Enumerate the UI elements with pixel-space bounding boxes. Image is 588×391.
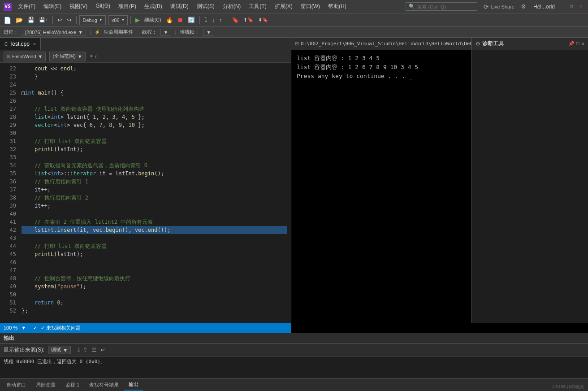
- step-over-button[interactable]: ⤵: [203, 16, 209, 24]
- code-line[interactable]: [22, 258, 287, 266]
- menu-file[interactable]: 文件(F): [14, 2, 39, 11]
- menu-git[interactable]: Git(G): [92, 2, 114, 11]
- code-line[interactable]: [22, 291, 287, 299]
- menu-project[interactable]: 项目(P): [115, 2, 140, 11]
- code-line[interactable]: // 打印 list 双向链表容器: [22, 242, 287, 250]
- code-line[interactable]: list<int>::iterator it = lstInt.begin();: [22, 169, 287, 178]
- code-line[interactable]: [22, 266, 287, 274]
- redo-button[interactable]: ↪: [65, 16, 74, 24]
- tab-output[interactable]: 输出: [124, 379, 143, 391]
- editor-tab-testcpp[interactable]: C Test.cpp ×: [0, 38, 41, 50]
- tab-find-symbol[interactable]: 查找符号结果: [85, 380, 123, 390]
- save-button[interactable]: 💾: [26, 16, 36, 24]
- close-button[interactable]: ×: [578, 4, 584, 10]
- line-number: 43: [2, 234, 16, 242]
- code-line[interactable]: // 打印 list 双向链表容器: [22, 137, 287, 145]
- menu-help[interactable]: 帮助(H): [324, 2, 350, 11]
- bookmark-nav1[interactable]: ⬆🔖: [242, 16, 255, 24]
- code-line[interactable]: // 获取指向首元素的迭代器，当前指向索引 0: [22, 161, 287, 169]
- code-line[interactable]: lstInt.insert(it, vec.begin(), vec.end()…: [22, 226, 287, 234]
- gear-icon[interactable]: ⚙: [476, 41, 480, 47]
- code-line[interactable]: list<int> lstInt{ 1, 2, 3, 4, 5 };: [22, 113, 287, 121]
- step-out-button[interactable]: ↑: [217, 16, 224, 24]
- search-input[interactable]: [417, 4, 471, 9]
- tab-watch1[interactable]: 监视 1: [61, 380, 84, 390]
- bookmark-icon[interactable]: 🔖: [230, 16, 241, 24]
- code-line[interactable]: vector<int> vec{ 6, 7, 8, 9, 10 };: [22, 121, 287, 129]
- menu-debug[interactable]: 调试(D): [167, 2, 192, 11]
- code-line[interactable]: };: [22, 307, 287, 315]
- code-line[interactable]: [22, 210, 287, 218]
- lifecycle-label: 生命周期事件: [104, 29, 133, 35]
- output-wrap[interactable]: ↵: [100, 347, 105, 353]
- tab-auto-window[interactable]: 自动窗口: [2, 380, 30, 390]
- menu-extensions[interactable]: 扩展(X): [271, 2, 296, 11]
- code-line[interactable]: [22, 129, 287, 137]
- code-line[interactable]: [22, 97, 287, 105]
- step-into-button[interactable]: ↓: [210, 16, 217, 24]
- tab-local-vars[interactable]: 局部变量: [31, 380, 60, 390]
- menu-analyze[interactable]: 分析(N): [219, 2, 245, 11]
- platform-dropdown[interactable]: x86 ▼: [108, 15, 128, 25]
- code-line[interactable]: □int main() {: [22, 89, 287, 97]
- code-lines[interactable]: cout << endl; } □int main() { // list 双向…: [18, 63, 291, 323]
- code-line[interactable]: // 执行后指向索引 2: [22, 194, 287, 202]
- menu-view[interactable]: 视图(V): [66, 2, 91, 11]
- menu-edit[interactable]: 编辑(E): [40, 2, 65, 11]
- code-line[interactable]: printL(lstInt);: [22, 145, 287, 153]
- code-line[interactable]: it++;: [22, 202, 287, 210]
- open-file-button[interactable]: 📂: [14, 16, 25, 24]
- sep2: -: [137, 30, 138, 35]
- continue-button[interactable]: ▶: [134, 16, 142, 24]
- line-number: 44: [2, 242, 16, 250]
- zoom-arrow[interactable]: ▼: [21, 325, 26, 330]
- diag-close-icon[interactable]: ×: [581, 41, 584, 47]
- code-line[interactable]: // 在索引 2 位置插入 lstInt2 中的所有元素: [22, 218, 287, 226]
- new-file-button[interactable]: 📄: [2, 16, 13, 25]
- menu-test[interactable]: 测试(S): [193, 2, 218, 11]
- status-check: ✓: [33, 325, 37, 331]
- save-all-button[interactable]: 💾+: [37, 16, 50, 24]
- code-line[interactable]: it++;: [22, 186, 287, 194]
- code-line[interactable]: cout << endl;: [22, 65, 287, 73]
- code-line[interactable]: // list 双向链表容器 使用初始化列表构造: [22, 105, 287, 113]
- thread-dropdown[interactable]: ▼: [160, 29, 172, 36]
- undo-button[interactable]: ↩: [56, 16, 64, 24]
- code-line[interactable]: [22, 234, 287, 242]
- menu-tools[interactable]: 工具(T): [245, 2, 270, 11]
- output-scroll-end[interactable]: ⇩: [76, 347, 81, 353]
- code-line[interactable]: [22, 153, 287, 161]
- code-content[interactable]: 2223242526272829303132333435363738394041…: [0, 63, 291, 323]
- output-scroll-up[interactable]: ⇧: [83, 347, 88, 353]
- code-line[interactable]: // 执行后指向索引 1: [22, 178, 287, 186]
- maximize-button[interactable]: □: [568, 4, 575, 10]
- diag-pin-icon[interactable]: 📌: [568, 41, 575, 47]
- debug-config-dropdown[interactable]: Debug ▼: [79, 15, 105, 25]
- live-share-button[interactable]: ⟳ Live Share: [481, 2, 517, 11]
- continue-label[interactable]: 继续(C): [143, 16, 163, 24]
- code-line[interactable]: printL(lstInt);: [22, 250, 287, 258]
- search-box[interactable]: 🔍: [406, 2, 477, 11]
- diag-float-icon[interactable]: □: [576, 41, 579, 47]
- menu-build[interactable]: 生成(B): [141, 2, 166, 11]
- stop-button[interactable]: ⏹: [176, 16, 185, 24]
- code-line[interactable]: system("pause");: [22, 282, 287, 291]
- minimize-button[interactable]: —: [558, 4, 565, 10]
- line-number: 49: [2, 282, 16, 291]
- settings-icon[interactable]: ⚙: [521, 3, 526, 10]
- stack-dropdown[interactable]: ▼: [203, 29, 214, 36]
- output-source-dropdown[interactable]: 调试 ▼: [48, 346, 71, 354]
- restart-button[interactable]: 🔄: [186, 16, 197, 24]
- code-line[interactable]: }: [22, 73, 287, 81]
- code-line[interactable]: // 控制台暂停，按任意键继续向后执行: [22, 274, 287, 282]
- tab-close-button[interactable]: ×: [33, 42, 36, 47]
- bookmark-nav2[interactable]: ⬇🔖: [256, 16, 270, 24]
- output-filter[interactable]: ☰: [91, 347, 97, 353]
- process-dropdown[interactable]: [20076] HelloWorld.exe ▼: [22, 29, 86, 36]
- code-line[interactable]: return 0;: [22, 299, 287, 307]
- menu-window[interactable]: 窗口(W): [297, 2, 324, 11]
- code-line[interactable]: [22, 81, 287, 89]
- scope-full-dropdown[interactable]: (全局范围) ▼: [49, 52, 85, 61]
- zoom-level[interactable]: 100 %: [4, 325, 17, 330]
- scope-dropdown[interactable]: ⊞ HelloWorld ▼: [4, 52, 46, 61]
